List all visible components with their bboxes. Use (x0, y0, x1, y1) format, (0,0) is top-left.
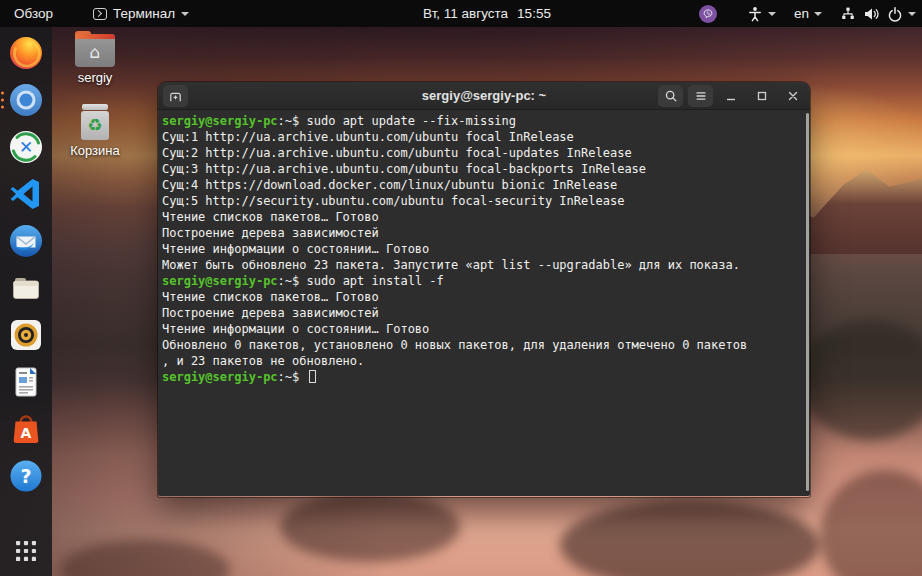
dock-item-files[interactable] (7, 269, 45, 307)
desktop-icon-label: Корзина (70, 143, 120, 158)
xdm-icon: ✕ (8, 129, 44, 165)
files-folder-icon (8, 270, 44, 306)
terminal-line: Обновлено 0 пакетов, установлено 0 новых… (162, 337, 804, 353)
desktop-icon-label: sergiy (78, 70, 113, 85)
terminal-line: Чтение информации о состоянии… Готово (162, 241, 804, 257)
keyboard-layout-indicator[interactable]: en (794, 6, 809, 21)
terminal-line: Построение дерева зависимостей (162, 305, 804, 321)
activities-button[interactable]: Обзор (0, 0, 67, 27)
maximize-icon (755, 89, 769, 103)
clock-time: 15:55 (517, 6, 551, 21)
new-tab-icon (168, 89, 183, 104)
dock: ✕ A ? (0, 27, 52, 576)
terminal-line: Чтение списков пакетов… Готово (162, 289, 804, 305)
desktop-icon-trash[interactable]: ♻ Корзина (63, 104, 127, 158)
svg-text:A: A (21, 425, 32, 441)
chromium-icon (8, 82, 44, 118)
firefox-icon (8, 35, 44, 71)
dock-item-thunderbird[interactable] (7, 222, 45, 260)
chevron-down-icon (908, 12, 916, 16)
maximize-button[interactable] (749, 85, 775, 107)
svg-text:✕: ✕ (19, 137, 33, 157)
viber-icon[interactable] (699, 5, 717, 23)
close-icon (786, 89, 800, 103)
accessibility-icon[interactable] (747, 0, 763, 27)
desktop-icon-home-folder[interactable]: ⌂ sergiy (63, 30, 127, 85)
ubuntu-software-icon: A (8, 411, 44, 447)
minimize-button[interactable] (718, 85, 744, 107)
minimize-icon (724, 89, 738, 103)
search-button[interactable] (658, 85, 683, 107)
terminal-line: Может быть обновлено 23 пакета. Запустит… (162, 257, 804, 273)
terminal-line: Сущ:1 http://ua.archive.ubuntu.com/ubunt… (162, 129, 804, 145)
menu-button[interactable] (688, 85, 713, 107)
terminal-line: , и 23 пакетов не обновлено. (162, 353, 804, 369)
chevron-down-icon (768, 12, 776, 16)
terminal-line: Сущ:5 http://security.ubuntu.com/ubuntu … (162, 193, 804, 209)
terminal-line: sergiy@sergiy-pc:~$ sudo apt install -f (162, 273, 804, 289)
volume-icon[interactable] (863, 0, 880, 27)
hamburger-menu-icon (694, 89, 708, 103)
search-icon (664, 89, 678, 103)
chevron-down-icon (181, 12, 189, 16)
terminal-body[interactable]: sergiy@sergiy-pc:~$ sudo apt update --fi… (158, 110, 810, 496)
terminal-window: sergiy@sergiy-pc: ~ sergi (158, 82, 810, 497)
terminal-line: Сущ:3 http://ua.archive.ubuntu.com/ubunt… (162, 161, 804, 177)
terminal-cursor (309, 370, 316, 383)
wallpaper-trees (280, 492, 460, 562)
dock-item-rhythmbox[interactable] (7, 316, 45, 354)
thunderbird-icon (8, 223, 44, 259)
dock-item-ubuntu-software[interactable]: A (7, 410, 45, 448)
wired-network-icon[interactable] (840, 0, 856, 27)
trash-icon: ♻ (80, 104, 110, 140)
writer-icon (8, 364, 44, 400)
app-menu-button[interactable]: Терминал (85, 0, 197, 27)
svg-text:?: ? (20, 465, 31, 487)
activities-label: Обзор (14, 6, 53, 21)
terminal-line: Сущ:4 https://download.docker.com/linux/… (162, 177, 804, 193)
dock-item-chromium[interactable] (7, 81, 45, 119)
terminal-line: Чтение информации о состоянии… Готово (162, 321, 804, 337)
power-icon[interactable] (887, 0, 903, 27)
terminal-line: sergiy@sergiy-pc:~$ sudo apt update --fi… (162, 113, 804, 129)
chevron-down-icon (814, 12, 822, 16)
home-folder-icon: ⌂ (75, 34, 115, 67)
dock-item-show-apps[interactable] (7, 532, 45, 570)
dock-item-help[interactable]: ? (7, 457, 45, 495)
terminal-line: Чтение списков пакетов… Готово (162, 209, 804, 225)
system-tray: en (699, 0, 916, 27)
terminal-scrollbar[interactable] (806, 113, 809, 491)
window-indicator-dots (1, 92, 4, 109)
dock-item-xdm-download-manager[interactable]: ✕ (7, 128, 45, 166)
rhythmbox-icon (8, 317, 44, 353)
dock-item-libreoffice-writer[interactable] (7, 363, 45, 401)
terminal-line: Построение дерева зависимостей (162, 225, 804, 241)
close-button[interactable] (780, 85, 806, 107)
terminal-line: Сущ:2 http://ua.archive.ubuntu.com/ubunt… (162, 145, 804, 161)
dock-item-firefox[interactable] (7, 34, 45, 72)
new-tab-button[interactable] (163, 85, 188, 107)
app-menu-label: Терминал (113, 6, 175, 21)
desktop: Обзор Терминал Вт, 11 августа 15:55 en (0, 0, 922, 576)
show-apps-grid-icon (11, 536, 41, 566)
top-bar: Обзор Терминал Вт, 11 августа 15:55 en (0, 0, 922, 27)
terminal-icon (93, 8, 107, 20)
terminal-header[interactable]: sergiy@sergiy-pc: ~ (158, 82, 810, 110)
dock-item-vscode[interactable] (7, 175, 45, 213)
help-icon: ? (8, 458, 44, 494)
clock-date: Вт, 11 августа (423, 6, 508, 21)
clock-button[interactable]: Вт, 11 августа 15:55 (423, 0, 551, 27)
terminal-output: sergiy@sergiy-pc:~$ sudo apt update --fi… (162, 113, 804, 385)
terminal-line: sergiy@sergiy-pc:~$ (162, 369, 804, 385)
vscode-icon (8, 176, 44, 212)
